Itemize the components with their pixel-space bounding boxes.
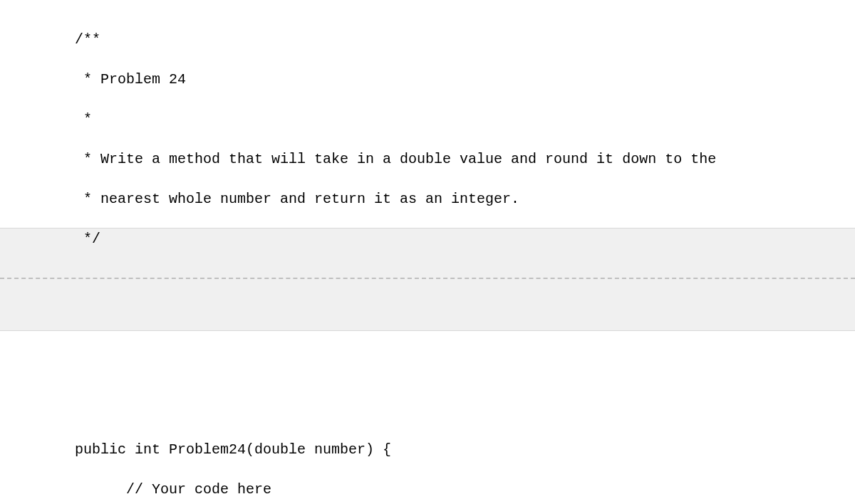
comment-line: * Problem 24 (75, 70, 855, 90)
comment-line: * nearest whole number and return it as … (75, 189, 855, 209)
comment-line: * (75, 110, 855, 130)
comment-line: */ (75, 229, 855, 249)
fold-divider (0, 278, 855, 279)
javadoc-comment: /** * Problem 24 * * Write a method that… (0, 10, 855, 269)
comment-line: /** (75, 30, 855, 50)
comment-line: * Write a method that will take in a dou… (75, 149, 855, 169)
method-code: public int Problem24(double number) { //… (0, 420, 855, 504)
code-line: // Your code here (75, 480, 855, 500)
code-line: public int Problem24(double number) { (75, 440, 855, 460)
